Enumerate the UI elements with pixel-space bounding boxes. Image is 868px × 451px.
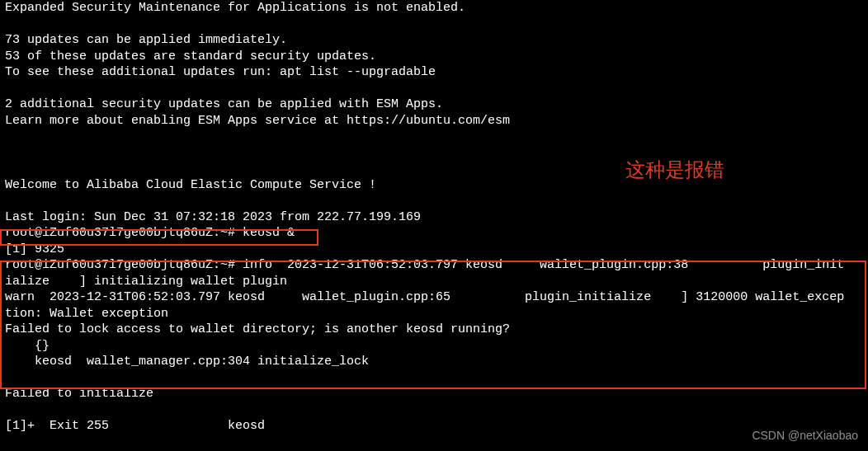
terminal-line: To see these additional updates run: apt… (5, 64, 863, 81)
terminal-line (5, 402, 863, 419)
terminal-line: keosd wallet_manager.cpp:304 initialize_… (5, 354, 863, 370)
terminal-line: [1] 9325 (5, 242, 863, 258)
terminal-line: 2 additional security updates can be app… (5, 96, 863, 113)
terminal-line: root@iZuf60u37l7ge00bjtq86uZ:~# info 202… (5, 257, 863, 274)
terminal-line (5, 370, 863, 387)
terminal-line: Welcome to Alibaba Cloud Elastic Compute… (5, 177, 863, 194)
terminal-line: 53 of these updates are standard securit… (5, 49, 863, 65)
terminal-line: 73 updates can be applied immediately. (5, 32, 863, 49)
terminal-line: [1]+ Exit 255 keosd (5, 418, 863, 435)
terminal-line (5, 129, 863, 145)
terminal-line: Learn more about enabling ESM Apps servi… (5, 113, 863, 129)
terminal-line: Expanded Security Maintenance for Applic… (5, 0, 863, 16)
terminal-line (5, 16, 863, 33)
terminal-line: Failed to initialize (5, 386, 863, 402)
terminal-line (5, 81, 863, 97)
terminal-prompt-line[interactable]: root@iZuf60u37l7ge00bjtq86uZ:~# keosd & (5, 225, 863, 242)
terminal-line (5, 145, 863, 162)
watermark: CSDN @netXiaobao (752, 428, 858, 443)
terminal-line (5, 161, 863, 177)
terminal-line: Last login: Sun Dec 31 07:32:18 2023 fro… (5, 209, 863, 226)
terminal-line: tion: Wallet exception (5, 306, 863, 322)
terminal-line: warn 2023-12-31T06:52:03.797 keosd walle… (5, 289, 863, 306)
terminal-line: {} (5, 338, 863, 355)
terminal-line: ialize ] initializing wallet plugin (5, 274, 863, 290)
annotation-label: 这种是报错 (625, 157, 724, 182)
terminal-line: Failed to lock access to wallet director… (5, 322, 863, 338)
terminal-line (5, 193, 863, 209)
